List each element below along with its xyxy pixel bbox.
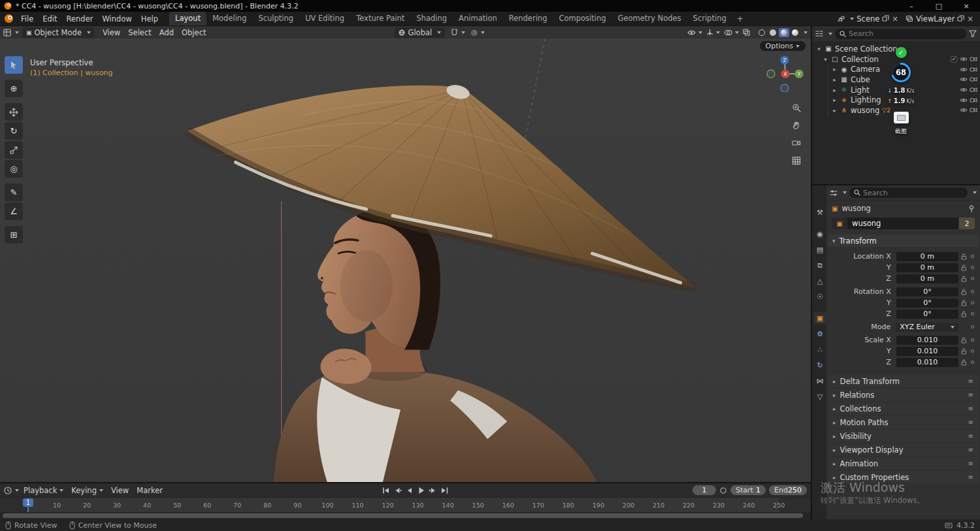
play-reverse-button[interactable] xyxy=(404,485,414,495)
properties-tab[interactable]: ↻ xyxy=(813,359,826,371)
scene-selector[interactable]: Scene × xyxy=(834,14,901,24)
users-count-badge[interactable]: 2 xyxy=(959,217,975,229)
workspace-tab[interactable]: Shading xyxy=(410,12,453,25)
hide-in-viewport-eye-icon[interactable] xyxy=(960,56,968,62)
remove-viewlayer-icon[interactable]: × xyxy=(967,14,973,24)
object-name-field[interactable]: wusong xyxy=(847,217,958,229)
transform-tool[interactable]: ◎ xyxy=(5,160,23,178)
expand-arrow-icon[interactable]: ▸ xyxy=(832,66,838,72)
properties-tab[interactable]: ▣ xyxy=(813,312,826,324)
proportional-edit-icon[interactable]: ◎ xyxy=(471,28,478,37)
options-button[interactable]: Options xyxy=(760,41,806,51)
current-frame-field[interactable]: 1 xyxy=(693,485,716,495)
section-menu-icon[interactable]: ≡ xyxy=(968,378,973,385)
topbar-menu-item[interactable]: Help xyxy=(137,13,163,25)
timeline-menu-item[interactable]: Keying xyxy=(67,485,107,496)
viewlayer-selector[interactable]: ViewLayer × xyxy=(903,14,976,24)
disable-in-render-camera-icon[interactable] xyxy=(970,56,977,62)
topbar-menu-item[interactable]: Window xyxy=(97,13,136,25)
close-button[interactable]: × xyxy=(953,0,980,12)
select-box-tool[interactable] xyxy=(5,56,23,74)
hide-in-viewport-eye-icon[interactable] xyxy=(960,107,968,113)
expand-arrow-icon[interactable]: ▾ xyxy=(823,56,828,63)
viewport-menu-item[interactable]: View xyxy=(99,27,124,38)
workspace-tab[interactable]: Scripting xyxy=(687,12,732,25)
gizmos-dropdown[interactable] xyxy=(706,29,720,36)
number-field[interactable]: 0° xyxy=(896,310,958,319)
filter-icon[interactable] xyxy=(969,30,977,37)
animate-dot-icon[interactable] xyxy=(968,301,976,304)
number-field[interactable]: 0° xyxy=(896,287,958,297)
minimize-button[interactable]: – xyxy=(898,0,925,12)
topbar-menu-item[interactable]: File xyxy=(16,13,38,25)
properties-tab[interactable]: ▤ xyxy=(813,244,826,255)
animate-dot-icon[interactable] xyxy=(968,361,976,364)
shading-rendered-button[interactable] xyxy=(790,28,800,37)
disable-in-render-camera-icon[interactable] xyxy=(970,87,977,93)
viewport-menu-item[interactable]: Select xyxy=(124,27,155,38)
number-field[interactable]: 0 m xyxy=(896,252,958,261)
rotate-tool[interactable]: ↻ xyxy=(5,122,23,140)
disable-in-render-camera-icon[interactable] xyxy=(970,107,977,113)
lock-icon[interactable] xyxy=(958,337,968,344)
properties-tab[interactable]: ▽ xyxy=(813,391,826,402)
workspace-tab[interactable]: Texture Paint xyxy=(350,12,410,25)
playhead[interactable]: 1 xyxy=(23,498,33,507)
disable-in-render-camera-icon[interactable] xyxy=(970,97,977,103)
properties-tab[interactable]: ◉ xyxy=(813,228,826,240)
lock-icon[interactable] xyxy=(958,276,968,282)
frame-end-field[interactable]: End 250 xyxy=(769,485,807,495)
screen-capture-button[interactable] xyxy=(894,112,909,123)
mode-dropdown[interactable]: ▣ Object Mode xyxy=(22,27,95,38)
workspace-tab[interactable]: Animation xyxy=(453,12,503,25)
properties-section-header[interactable]: ▸ Collections ≡ xyxy=(828,402,979,415)
timeline-scrollbar[interactable] xyxy=(0,512,811,519)
properties-tab[interactable]: ∴ xyxy=(813,344,826,355)
disable-in-render-camera-icon[interactable] xyxy=(970,67,977,72)
properties-tab[interactable]: △ xyxy=(813,275,826,287)
frame-start-field[interactable]: Start 1 xyxy=(730,485,766,495)
scrollbar-thumb[interactable] xyxy=(3,513,803,518)
editor-type-icon[interactable] xyxy=(3,29,12,37)
zoom-icon[interactable] xyxy=(790,101,803,114)
properties-section-header[interactable]: ▸ Visibility ≡ xyxy=(828,430,979,442)
auto-keying-icon[interactable] xyxy=(719,487,727,494)
expand-arrow-icon[interactable]: ▸ xyxy=(832,97,838,103)
lock-icon[interactable] xyxy=(958,289,968,295)
lock-icon[interactable] xyxy=(958,300,968,306)
timeline-ruler[interactable]: 1020304050607080901001101201301401501601… xyxy=(0,497,811,512)
jump-to-end-button[interactable] xyxy=(440,485,449,495)
add-cube-tool[interactable]: ⊞ xyxy=(5,226,23,244)
expand-arrow-icon[interactable]: ▸ xyxy=(832,87,838,93)
navigation-gizmo[interactable]: Z Y X xyxy=(766,54,804,92)
section-menu-icon[interactable]: ≡ xyxy=(968,446,973,453)
hide-in-viewport-eye-icon[interactable] xyxy=(960,76,968,82)
section-menu-icon[interactable]: ≡ xyxy=(968,391,973,398)
rotation-mode-dropdown[interactable]: XYZ Euler xyxy=(896,323,958,332)
properties-search-input[interactable] xyxy=(863,189,963,197)
properties-tab[interactable]: ⚙ xyxy=(813,328,826,340)
next-keyframe-button[interactable] xyxy=(428,485,438,495)
animate-dot-icon[interactable] xyxy=(968,338,976,342)
expand-arrow-icon[interactable]: ▸ xyxy=(832,76,838,83)
editor-type-icon[interactable] xyxy=(830,189,838,197)
snap-magnet-icon[interactable] xyxy=(451,29,458,36)
workspace-tab[interactable]: Compositing xyxy=(553,12,612,25)
animate-dot-icon[interactable] xyxy=(968,290,976,293)
outliner-search[interactable] xyxy=(835,29,966,39)
viewport-menu-item[interactable]: Object xyxy=(178,27,210,38)
number-field[interactable]: 0.010 xyxy=(896,336,958,345)
properties-section-header[interactable]: ▸ Relations ≡ xyxy=(828,389,979,401)
section-menu-icon[interactable]: ≡ xyxy=(968,474,973,481)
hide-in-viewport-eye-icon[interactable] xyxy=(960,67,968,72)
editor-type-icon[interactable] xyxy=(4,487,12,494)
workspace-tab[interactable]: Sculpting xyxy=(252,12,299,25)
hide-in-viewport-eye-icon[interactable] xyxy=(960,87,968,93)
editor-type-icon[interactable] xyxy=(815,30,823,37)
move-tool[interactable] xyxy=(5,103,23,121)
properties-search[interactable] xyxy=(849,187,968,198)
hide-in-viewport-eye-icon[interactable] xyxy=(960,97,968,103)
workspace-tab[interactable]: Rendering xyxy=(503,12,553,25)
viewport-menu-item[interactable]: Add xyxy=(155,27,178,38)
orientation-dropdown[interactable]: Global xyxy=(395,27,445,38)
